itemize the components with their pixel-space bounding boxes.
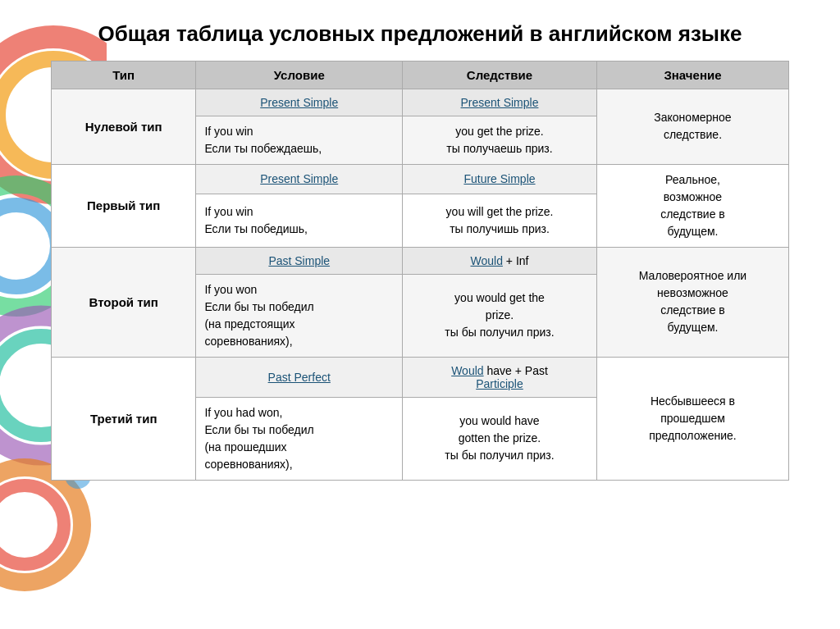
would-link[interactable]: Would (471, 254, 503, 267)
condition-link-cell: Past Perfect (196, 357, 403, 397)
svg-point-7 (0, 485, 64, 564)
condition-link[interactable]: Past Simple (268, 254, 330, 267)
conditional-table: Тип Условие Следствие Значение Нулевой т… (51, 61, 789, 481)
type-cell: Третий тип (52, 357, 196, 480)
type-cell: Нулевой тип (52, 89, 196, 164)
consequence-link[interactable]: Future Simple (463, 172, 535, 185)
condition-link[interactable]: Present Simple (260, 96, 338, 109)
type-cell: Второй тип (52, 247, 196, 357)
condition-example-cell: If you wonЕсли бы ты победил(на предстоя… (196, 274, 403, 357)
col-condition: Условие (196, 61, 403, 89)
condition-link-cell: Present Simple (196, 89, 403, 116)
consequence-link-cell: Would + Inf (403, 247, 597, 274)
meaning-cell: Маловероятное илиневозможноеследствие вб… (596, 247, 788, 357)
table-row: Третий типPast PerfectWould have + PastP… (52, 357, 789, 397)
consequence-example-cell: you get the prize.ты получаешь приз. (403, 116, 597, 164)
col-type: Тип (52, 61, 196, 89)
consequence-link-cell: Present Simple (403, 89, 597, 116)
svg-point-3 (0, 205, 57, 287)
page-title: Общая таблица условных предложений в анг… (51, 21, 789, 48)
have-text: have + Past (484, 364, 548, 377)
meaning-cell: Реальное,возможноеследствие вбудущем. (596, 164, 788, 247)
condition-link-cell: Past Simple (196, 247, 403, 274)
consequence-link-cell: Future Simple (403, 164, 597, 194)
table-header-row: Тип Условие Следствие Значение (52, 61, 789, 89)
condition-example-cell: If you winЕсли ты победишь, (196, 194, 403, 248)
condition-example-cell: If you had won,Если бы ты победил(на про… (196, 397, 403, 480)
consequence-example-cell: you will get the prize.ты получишь приз. (403, 194, 597, 248)
consequence-example-cell: you would get theprize.ты бы получил при… (403, 274, 597, 357)
condition-link[interactable]: Past Perfect (268, 371, 331, 384)
inf-text: + Inf (503, 254, 529, 267)
condition-link-cell: Present Simple (196, 164, 403, 194)
type-cell: Первый тип (52, 164, 196, 247)
participle-link[interactable]: Participle (476, 377, 523, 390)
table-row: Нулевой типPresent SimplePresent SimpleЗ… (52, 89, 789, 116)
consequence-example-cell: you would havegotten the prize.ты бы пол… (403, 397, 597, 480)
col-consequence: Следствие (403, 61, 597, 89)
meaning-cell: Закономерноеследствие. (596, 89, 788, 164)
consequence-link-cell: Would have + PastParticiple (403, 357, 597, 397)
condition-example-cell: If you winЕсли ты побеждаешь, (196, 116, 403, 164)
condition-link[interactable]: Present Simple (260, 172, 338, 185)
consequence-link[interactable]: Present Simple (461, 96, 539, 109)
table-row: Второй типPast SimpleWould + InfМаловеро… (52, 247, 789, 274)
col-meaning: Значение (596, 61, 788, 89)
meaning-cell: Несбывшееся впрошедшемпредположение. (596, 357, 788, 480)
content-wrapper: Общая таблица условных предложений в анг… (51, 8, 789, 481)
svg-point-6 (0, 467, 82, 582)
table-row: Первый типPresent SimpleFuture SimpleРеа… (52, 164, 789, 194)
would-link[interactable]: Would (451, 364, 483, 377)
